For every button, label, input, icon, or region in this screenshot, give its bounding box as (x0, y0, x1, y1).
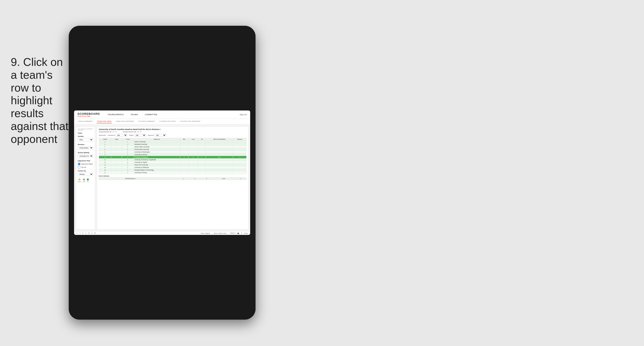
cut-btn[interactable]: ✂ (85, 232, 86, 234)
division-record: Division Record: 88 - 17 - 0 (123, 131, 141, 133)
colour-by-label: Colour by (78, 170, 93, 172)
legend-level: Level (82, 178, 85, 182)
opponent-name: University of Washington (134, 151, 180, 153)
device-screen: SCOREBOARD Powered by clippi TOURNAMENTS… (74, 110, 250, 235)
table-row[interactable]: 3-2Vanderbilt University (99, 143, 246, 146)
opponent-name: University of Florida (134, 171, 180, 174)
col-diff: Diff Av Strokes/Rnd (206, 138, 233, 140)
tab-team-h2h-grid[interactable]: TEAM H2H GRID (97, 120, 112, 123)
tab-player-summary[interactable]: PLAYER SUMMARY (138, 120, 156, 123)
top-nav: SCOREBOARD Powered by clippi TOURNAMENTS… (74, 110, 250, 119)
ood-rounds: 3 (235, 177, 246, 180)
tab-player-h2h-heatmap[interactable]: PLAYER H2H HEATMAP (180, 120, 201, 123)
col-conf: # Conf (122, 138, 134, 140)
download-btn[interactable]: ⬇ (241, 232, 242, 234)
undo-btn[interactable]: ↩ (76, 232, 78, 234)
down-dot (78, 178, 80, 181)
col-opponent: Opponent (134, 138, 180, 140)
tab-player-h2h-grid[interactable]: PLAYER H2H GRID (159, 120, 176, 123)
watch-btn[interactable]: Watch ▾ (230, 232, 236, 234)
camera-btn[interactable]: 📷 (237, 232, 239, 234)
legend-down: Down (78, 178, 81, 182)
school-label: School (Rank) (78, 152, 93, 154)
nav-tournaments[interactable]: TOURNAMENTS (106, 113, 125, 116)
nav-committee[interactable]: COMMITTEE (144, 113, 159, 116)
col-tie: Tie (198, 138, 206, 140)
opponent-view-radio: Opponents Played Top 100 (78, 163, 93, 169)
table-row[interactable]: 12-6University of Arkansas, Fayetteville (99, 159, 246, 161)
up-dot (87, 178, 89, 181)
table-row[interactable]: 14-1Texas Tech University (99, 164, 246, 166)
device-frame: SCOREBOARD Powered by clippi TOURNAMENTS… (69, 26, 256, 320)
col-rounds: Rounds (233, 138, 246, 140)
out-of-division-label: Out of division (99, 175, 246, 177)
school-select[interactable]: University of Nort... (78, 154, 93, 158)
table-row[interactable]: 6-2Florida State University (99, 148, 246, 151)
table-row[interactable]: 9-3University of Arizona (99, 153, 246, 156)
table-records: Overall Record: 89 - 17 - 0 Division Rec… (99, 131, 246, 133)
division-label: Division (78, 143, 93, 145)
table-area: University of North Carolina Head-to-Hea… (97, 126, 248, 230)
ood-label: NCAA Division II (124, 177, 178, 180)
table-row[interactable]: 2-1Auburn University (99, 140, 246, 143)
view-original-btn[interactable]: View: Original (200, 233, 210, 234)
opponent-select[interactable]: (All) (154, 134, 166, 137)
region-filter: Region (All) (129, 134, 146, 137)
out-of-division-table: NCAA Division II 1 0 0 26.00 3 (99, 177, 246, 180)
table-row[interactable]: 16-4Georgia Institute of Technology (99, 169, 246, 171)
table-row[interactable]: 17-3University of Florida (99, 171, 246, 174)
table-row[interactable]: 15-2University of Oklahoma (99, 166, 246, 169)
sign-in[interactable]: Sign out (240, 113, 247, 116)
bottom-toolbar: ↩ ↪ ⟳ ✂ ⊕ ◷ ⊠ View: Original | Save Cust… (74, 231, 250, 235)
table-row[interactable]: 11-5University of Alabama3002.618 (99, 156, 246, 159)
conference-select[interactable]: (All) (116, 134, 127, 137)
ood-loss: 0 (189, 177, 200, 180)
filter-btn[interactable]: ⊠ (94, 232, 96, 234)
table-row[interactable]: 13-3University of Virginia (99, 161, 246, 164)
add-btn[interactable]: ⊕ (88, 232, 90, 234)
sidebar: Last Updated: 27/03/2024 16:55:38 Team G… (76, 126, 95, 230)
opponent-name: Georgia Institute of Technology (134, 169, 180, 171)
team-label: Team (78, 132, 93, 134)
legend-up: Up (87, 178, 89, 182)
share-btn[interactable]: Share (244, 233, 248, 234)
redo-btn[interactable]: ↪ (79, 232, 80, 234)
opponent-name: University of Oklahoma (134, 166, 180, 169)
tab-team-summary[interactable]: TEAM SUMMARY (78, 120, 93, 123)
opponent-filter: Opponent (All) (148, 134, 166, 137)
ood-win: 1 (178, 177, 189, 180)
gender-label: Gender (78, 135, 93, 137)
opponent-name: Texas Tech University (134, 164, 180, 166)
table-row[interactable]: 4-1Arizona State University (99, 146, 246, 148)
ood-tie: 0 (200, 177, 212, 180)
level-dot (83, 178, 85, 181)
tab-team-h2h-heatmap[interactable]: TEAM H2H HEATMAP (115, 120, 135, 123)
col-win: Win (180, 138, 188, 140)
main-content: Last Updated: 27/03/2024 16:55:38 Team G… (74, 125, 250, 231)
table-row[interactable]: 8-2University of Washington (99, 151, 246, 153)
legend: Down Level Up (78, 178, 93, 182)
save-custom-view-btn[interactable]: Save Custom View (214, 233, 226, 234)
nav-teams[interactable]: TEAMS (129, 113, 139, 116)
logo-scoreboard: SCOREBOARD (78, 112, 100, 115)
opponent-name: University of Arkansas, Fayetteville (134, 159, 180, 161)
opponent-name: Florida State University (134, 148, 180, 151)
gender-select[interactable]: Men's (78, 138, 93, 141)
opponent-name: University of Alabama (134, 156, 180, 159)
division-select[interactable]: NCAA Division I (78, 146, 93, 149)
colour-by-select[interactable]: Win/loss (78, 173, 93, 176)
opponent-name: University of Virginia (134, 161, 180, 164)
col-reg: # Reg (111, 138, 122, 140)
h2h-table: # Rank # Reg # Conf Opponent Win Loss Ti… (99, 138, 246, 174)
opponent-view-label: Opponent View (78, 160, 93, 162)
radio-opponents-played[interactable]: Opponents Played (78, 163, 93, 165)
opponents-filter-label: Opponents: (99, 134, 106, 136)
clock-btn[interactable]: ◷ (91, 232, 92, 234)
ood-diff: 26.00 (212, 177, 235, 180)
region-select[interactable]: (All) (134, 134, 146, 137)
col-loss: Loss (188, 138, 198, 140)
radio-top100[interactable]: Top 100 (78, 166, 93, 169)
opponent-name: University of Arizona (134, 153, 180, 156)
out-of-division-row[interactable]: NCAA Division II 1 0 0 26.00 3 (99, 177, 246, 180)
refresh-btn[interactable]: ⟳ (82, 232, 84, 234)
